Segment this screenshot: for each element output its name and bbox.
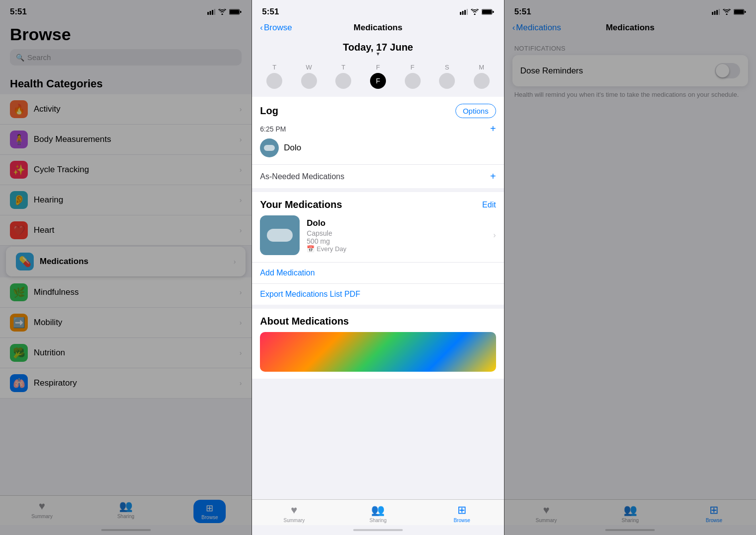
tab-summary-right[interactable]: ♥ Summary [504,504,588,523]
list-item-mindfulness[interactable]: 🌿 Mindfulness › [0,277,252,308]
med-card[interactable]: Dolo Capsule 500 mg 📅 Every Day › [260,215,496,255]
tab-summary-left[interactable]: ♥ Summary [0,500,84,523]
hearing-label: Hearing [34,195,240,205]
svg-rect-14 [712,12,713,15]
mindfulness-chevron: › [240,288,242,296]
nav-bar-mid: ‹ Browse Medications [252,19,504,37]
browse-header: Browse 🔍 Search [0,19,252,69]
list-item-hearing[interactable]: 👂 Hearing › [0,185,252,215]
tab-sharing-right[interactable]: 👥 Sharing [588,504,672,523]
respiratory-chevron: › [240,379,242,387]
status-icons-left [207,9,242,15]
list-item-nutrition[interactable]: 🥦 Nutrition › [0,338,252,368]
search-placeholder: Search [27,53,51,62]
med-card-name: Dolo [307,218,486,228]
sharing-tab-icon-left: 👥 [119,500,132,513]
export-medications-link: Export Medications List PDF [260,290,360,298]
tab-bar-left: ♥ Summary 👥 Sharing ⊞ Browse [0,495,252,525]
activity-chevron: › [240,105,242,113]
svg-rect-15 [714,11,715,15]
right-panel: 5:51 ‹ Medications Medications NOTIFICAT… [504,0,756,535]
dose-reminder-toggle[interactable] [715,63,740,78]
sharing-tab-icon-mid: 👥 [371,504,384,517]
svg-rect-13 [493,11,494,13]
list-item-activity[interactable]: 🔥 Activity › [0,94,252,125]
svg-rect-0 [207,12,209,15]
list-item-body[interactable]: 🧍 Body Measurements › [0,125,252,155]
left-panel: 5:51 Browse 🔍 Search Health Categories 🔥… [0,0,252,535]
time-mid: 5:51 [262,7,279,17]
browse-tab-icon-left: ⊞ [206,503,213,514]
status-bar-right: 5:51 [504,0,756,19]
cal-day-f-today[interactable]: F F [370,64,386,89]
browse-tab-icon-mid: ⊞ [457,504,466,517]
wifi-icon-right [723,9,731,15]
cycle-icon: ✨ [10,161,28,179]
summary-tab-icon-left: ♥ [39,500,45,513]
mobility-icon: ➡️ [10,314,28,332]
as-needed-row[interactable]: As-Needed Medications + [252,164,504,188]
dose-reminder-description: Health will remind you when it's time to… [504,86,756,99]
add-as-needed-button[interactable]: + [490,171,496,182]
wifi-icon [218,9,226,15]
tab-sharing-mid[interactable]: 👥 Sharing [336,504,420,523]
tab-bar-mid: ♥ Summary 👥 Sharing ⊞ Browse [252,499,504,525]
mindfulness-icon: 🌿 [10,283,28,301]
battery-icon [229,9,242,15]
log-title: Log [260,105,278,117]
sharing-tab-icon-right: 👥 [624,504,637,517]
med-log-name: Dolo [284,143,301,153]
caret-down: ▼ [252,51,504,57]
list-item-respiratory[interactable]: 🫁 Respiratory › [0,368,252,399]
tab-sharing-left[interactable]: 👥 Sharing [84,500,168,523]
health-categories-label: Health Categories [0,69,252,94]
options-button[interactable]: Options [455,104,496,118]
signal-icon [207,9,215,15]
list-item-cycle[interactable]: ✨ Cycle Tracking › [0,155,252,185]
svg-rect-2 [212,10,213,15]
back-browse-button[interactable]: ‹ Browse [260,23,292,33]
nutrition-chevron: › [240,349,242,357]
svg-rect-17 [718,9,720,15]
home-bar-right [605,529,655,531]
back-medications-button[interactable]: ‹ Medications [512,23,561,33]
add-log-button[interactable]: + [490,123,496,134]
svg-rect-5 [230,10,239,14]
add-medication-link: Add Medication [260,268,315,277]
tab-browse-right[interactable]: ⊞ Browse [672,504,756,523]
home-indicator-mid [252,525,504,535]
list-item-heart[interactable]: ❤️ Heart › [0,215,252,246]
body-label: Body Measurements [34,134,240,144]
export-medications-row[interactable]: Export Medications List PDF [252,283,504,305]
body-chevron: › [240,135,242,143]
add-medication-row[interactable]: Add Medication [252,262,504,283]
home-bar-mid [353,529,403,531]
time-right: 5:51 [514,7,531,17]
nutrition-icon: 🥦 [10,344,28,362]
edit-meds-button[interactable]: Edit [482,201,496,209]
as-needed-label: As-Needed Medications [260,172,344,181]
date-header: Today, 17 June ▼ [252,37,504,60]
summary-tab-label-mid: Summary [283,518,305,523]
list-item-mobility[interactable]: ➡️ Mobility › [0,308,252,338]
med-card-dose: 500 mg [307,237,486,245]
mobility-chevron: › [240,319,242,327]
search-bar[interactable]: 🔍 Search [10,49,242,66]
cal-day-w: W [301,64,317,89]
list-item-medications[interactable]: 💊 Medications › [6,247,246,276]
cal-day-m: M [474,64,490,89]
status-bar-left: 5:51 [0,0,252,19]
sharing-tab-label-right: Sharing [622,518,638,523]
home-indicator-left [0,525,252,535]
tab-summary-mid[interactable]: ♥ Summary [252,504,336,523]
med-card-type: Capsule [307,229,486,237]
browse-tab-label-right: Browse [706,518,722,523]
back-label-mid: Browse [264,23,292,33]
divider-1 [252,93,504,97]
mobility-label: Mobility [34,318,240,328]
dose-reminder-card: Dose Reminders [512,55,748,86]
tab-browse-mid[interactable]: ⊞ Browse [420,504,504,523]
tab-browse-left[interactable]: ⊞ Browse [168,500,252,523]
dose-reminder-label: Dose Reminders [520,66,583,76]
nav-title-right: Medications [606,23,654,33]
